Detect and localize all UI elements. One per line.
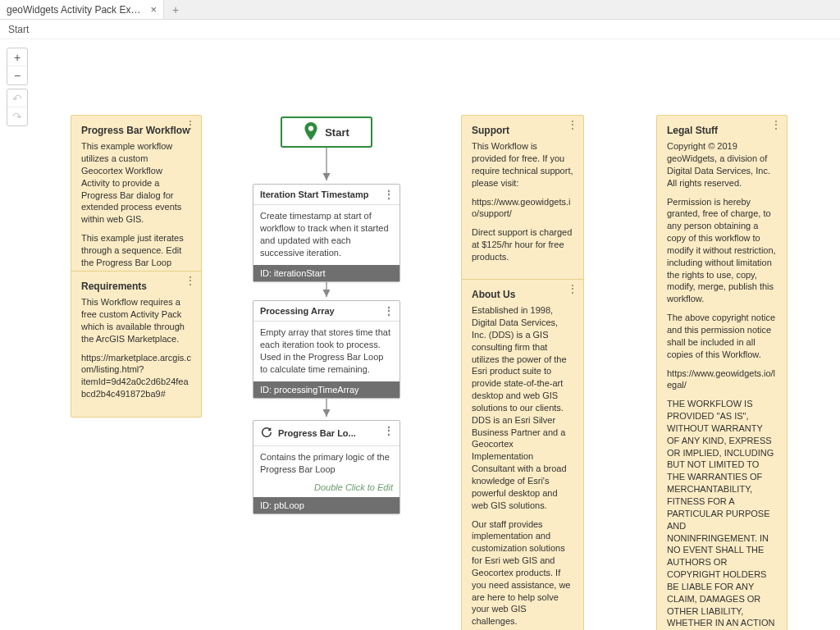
node-id: ID: processingTimeArray [253, 381, 399, 398]
more-icon[interactable]: ⋮ [185, 119, 196, 130]
node-title: Processing Array [260, 306, 335, 316]
note-title: Support [472, 124, 573, 137]
close-icon[interactable]: × [150, 4, 157, 15]
node-title: Progress Bar Lo... [278, 428, 356, 438]
toolbar: Start [0, 20, 840, 39]
more-icon[interactable]: ⋮ [770, 119, 782, 130]
note-workflow[interactable]: ⋮ Progress Bar Workflow This example wor… [71, 115, 202, 286]
note-text: The above copyright notice and this perm… [667, 312, 777, 360]
loop-icon [260, 426, 273, 441]
note-about[interactable]: ⋮ About Us Established in 1998, Digital … [461, 279, 584, 630]
note-text: https://www.geowidgets.io/support/ [472, 196, 573, 221]
new-tab-button[interactable]: + [164, 0, 187, 19]
note-text: Our staff provides implementation and cu… [472, 518, 573, 628]
note-text: https://www.geowidgets.io/legal/ [667, 368, 777, 392]
more-icon[interactable]: ⋮ [383, 424, 395, 437]
note-title: Requirements [81, 280, 191, 293]
note-text: This Workflow requires a free custom Act… [81, 296, 191, 345]
note-text: This Workflow is provided for free. If y… [472, 140, 573, 189]
note-text: This example workflow utilizes a custom … [81, 140, 191, 226]
note-legal[interactable]: ⋮ Legal Stuff Copyright © 2019 geoWidget… [656, 115, 788, 630]
note-text: Established in 1998, Digital Data Servic… [472, 304, 573, 511]
more-icon[interactable]: ⋮ [567, 283, 578, 294]
start-label: Start [325, 126, 349, 139]
node-hint: Double Click to Edit [253, 482, 399, 497]
tab-title: geoWidgets Activity Pack Exam... [7, 4, 144, 16]
node-title: Iteration Start Timestamp [260, 189, 368, 199]
note-title: Progress Bar Workflow [81, 124, 191, 137]
tab-active[interactable]: geoWidgets Activity Pack Exam... × [0, 0, 164, 19]
note-text: This example just iterates through a seq… [81, 232, 191, 269]
more-icon[interactable]: ⋮ [383, 188, 395, 201]
note-title: About Us [472, 288, 573, 301]
note-title: Legal Stuff [667, 124, 777, 137]
pin-icon [304, 122, 318, 143]
more-icon[interactable]: ⋮ [383, 304, 395, 317]
workflow-canvas[interactable]: ⋮ Progress Bar Workflow This example wor… [0, 39, 840, 630]
note-text: Copyright © 2019 geoWidgets, a division … [667, 140, 777, 189]
more-icon[interactable]: ⋮ [567, 119, 578, 130]
node-desc: Empty array that stores time that each i… [253, 322, 399, 381]
note-text: https://marketplace.arcgis.com/listing.h… [81, 352, 191, 400]
start-node[interactable]: Start [281, 116, 372, 148]
note-text: Direct support is charged at $125/hr hou… [472, 226, 573, 263]
note-requirements[interactable]: ⋮ Requirements This Workflow requires a … [71, 271, 202, 418]
node-desc: Create timestamp at start of workflow to… [253, 205, 399, 265]
note-text: THE WORKFLOW IS PROVIDED "AS IS", WITHOU… [667, 398, 777, 630]
svg-point-3 [308, 126, 313, 130]
tab-bar: geoWidgets Activity Pack Exam... × + [0, 0, 840, 20]
more-icon[interactable]: ⋮ [185, 275, 196, 286]
node-progress-bar-loop[interactable]: Progress Bar Lo... ⋮ Contains the primar… [253, 420, 400, 514]
node-id: ID: pbLoop [253, 497, 399, 514]
toolbar-start[interactable]: Start [8, 24, 29, 35]
note-support[interactable]: ⋮ Support This Workflow is provided for … [461, 115, 584, 281]
node-processing-array[interactable]: Processing Array ⋮ Empty array that stor… [253, 300, 400, 399]
node-desc: Contains the primary logic of the Progre… [253, 446, 399, 482]
node-id: ID: iterationStart [253, 265, 399, 281]
note-text: Permission is hereby granted, free of ch… [667, 196, 777, 306]
node-iteration-start[interactable]: Iteration Start Timestamp ⋮ Create times… [253, 184, 400, 282]
